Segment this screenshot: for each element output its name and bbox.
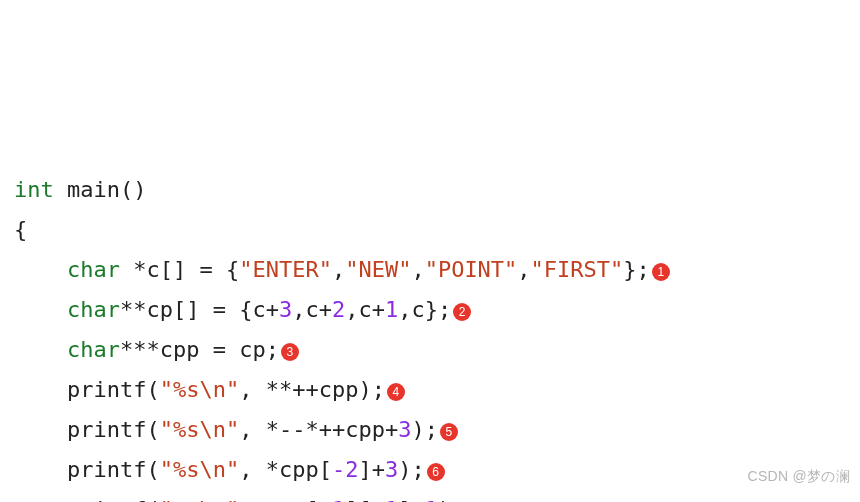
- code-line: printf("%s\n", *cpp[-2]+3);6: [14, 450, 846, 490]
- token-num: 3: [385, 457, 398, 482]
- token-num: 2: [332, 297, 345, 322]
- watermark: CSDN @梦の澜: [748, 456, 850, 496]
- annotation-badge: 2: [453, 303, 471, 321]
- token-str: "FIRST": [531, 257, 624, 282]
- token-num: -1: [372, 497, 399, 502]
- token-punct: );: [398, 457, 425, 482]
- token-num: -2: [332, 457, 359, 482]
- code-line: printf("%s\n", cpp[-1][-1]+1);7: [14, 490, 846, 502]
- token-punct: {: [14, 217, 27, 242]
- token-str: "POINT": [425, 257, 518, 282]
- token-punct: , **++cpp);: [239, 377, 385, 402]
- token-punct: );: [411, 417, 438, 442]
- token-punct: (: [146, 417, 159, 442]
- code-line: char**cp[] = {c+3,c+2,c+1,c};2: [14, 290, 846, 330]
- token-str: "ENTER": [239, 257, 332, 282]
- token-str: "%s\n": [160, 417, 239, 442]
- token-punct: ,: [517, 257, 530, 282]
- token-punct: , cpp[: [239, 497, 318, 502]
- token-num: 1: [425, 497, 438, 502]
- token-punct: (: [146, 457, 159, 482]
- token-punct: *c[] = {: [120, 257, 239, 282]
- code-line: {: [14, 210, 846, 250]
- token-punct: (: [146, 377, 159, 402]
- token-num: 1: [385, 297, 398, 322]
- token-punct: );: [438, 497, 465, 502]
- token-punct: , *--*++cpp+: [239, 417, 398, 442]
- code-line: char *c[] = {"ENTER","NEW","POINT","FIRS…: [14, 250, 846, 290]
- token-str: "%s\n": [160, 497, 239, 502]
- token-str: "%s\n": [160, 457, 239, 482]
- token-ident: printf: [67, 417, 146, 442]
- token-num: -1: [319, 497, 346, 502]
- token-punct: ,: [411, 257, 424, 282]
- annotation-badge: 3: [281, 343, 299, 361]
- token-punct: };: [623, 257, 650, 282]
- token-punct: ,c+: [345, 297, 385, 322]
- annotation-badge: 6: [427, 463, 445, 481]
- token-kw: char: [67, 337, 120, 362]
- token-punct: , *cpp[: [239, 457, 332, 482]
- token-num: 3: [279, 297, 292, 322]
- token-punct: ,c+: [292, 297, 332, 322]
- annotation-badge: 5: [440, 423, 458, 441]
- token-punct: ,: [332, 257, 345, 282]
- token-punct: ,c};: [398, 297, 451, 322]
- token-str: "%s\n": [160, 377, 239, 402]
- token-punct: (: [146, 497, 159, 502]
- token-punct: [54, 177, 67, 202]
- token-punct: ][: [345, 497, 372, 502]
- token-ident: printf: [67, 457, 146, 482]
- token-ident: printf: [67, 497, 146, 502]
- code-line: printf("%s\n", *--*++cpp+3);5: [14, 410, 846, 450]
- token-ident: printf: [67, 377, 146, 402]
- token-kw: int: [14, 177, 54, 202]
- code-line: char***cpp = cp;3: [14, 330, 846, 370]
- token-kw: char: [67, 297, 120, 322]
- token-kw: char: [67, 257, 120, 282]
- annotation-badge: 1: [652, 263, 670, 281]
- token-punct: **cp[] = {c+: [120, 297, 279, 322]
- token-punct: ]+: [398, 497, 425, 502]
- token-punct: ***cpp = cp;: [120, 337, 279, 362]
- code-block: int main(){ char *c[] = {"ENTER","NEW","…: [14, 170, 846, 502]
- code-line: printf("%s\n", **++cpp);4: [14, 370, 846, 410]
- annotation-badge: 4: [387, 383, 405, 401]
- token-str: "NEW": [345, 257, 411, 282]
- token-num: 3: [398, 417, 411, 442]
- token-punct: (): [120, 177, 147, 202]
- code-line: int main(): [14, 170, 846, 210]
- token-ident: main: [67, 177, 120, 202]
- token-punct: ]+: [358, 457, 385, 482]
